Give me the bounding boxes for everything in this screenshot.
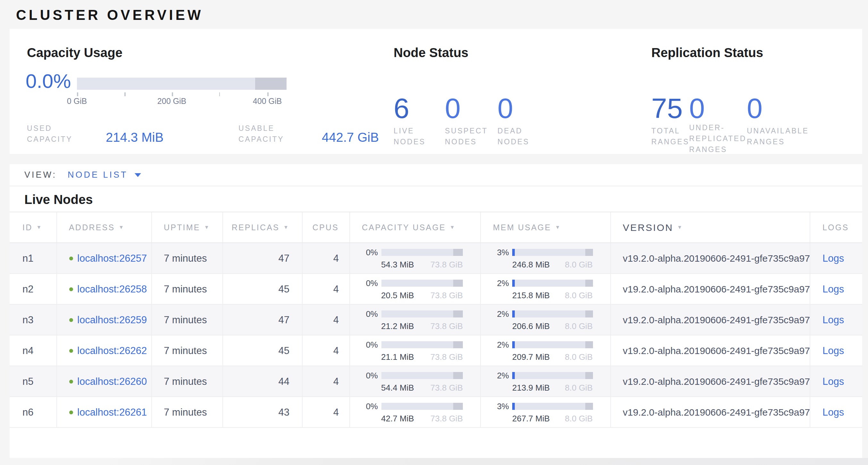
logs-link[interactable]: Logs xyxy=(823,314,844,325)
bar-tip xyxy=(453,311,463,318)
mem-usage-cell: 2%213.9 MiB8.0 GiB xyxy=(481,366,611,396)
address-link[interactable]: localhost:26257 xyxy=(77,252,147,264)
capacity-used-percent: 0.0% xyxy=(26,70,71,93)
address-link[interactable]: localhost:26262 xyxy=(77,345,147,356)
bar-tip xyxy=(585,311,593,318)
total-ranges-value: 75 xyxy=(651,94,689,122)
usage-percent: 0% xyxy=(359,402,378,411)
usable-capacity-value: 442.7 GiB xyxy=(322,130,379,145)
replicas-cell-value: 44 xyxy=(279,376,290,387)
usage-used-value: 209.7 MiB xyxy=(512,352,550,362)
view-dropdown[interactable]: NODE LIST xyxy=(68,170,142,180)
usage-total-value: 8.0 GiB xyxy=(565,291,593,300)
node-id-cell: n6 xyxy=(10,397,57,427)
usage-used-value: 21.2 MiB xyxy=(381,321,414,331)
usage-total-value: 8.0 GiB xyxy=(565,321,593,331)
suspect-nodes-stat: 0 SUSPECT NODES xyxy=(445,94,497,147)
usable-capacity-label: USABLE CAPACITY xyxy=(239,123,284,145)
usage-percent: 0% xyxy=(359,278,378,288)
column-header-label: VERSION xyxy=(623,222,673,233)
version-cell: v19.2.0-alpha.20190606-2491-gfe735c9a97 xyxy=(611,336,810,366)
uptime-cell-value: 7 minutes xyxy=(164,252,207,264)
mem-bar xyxy=(512,372,593,379)
address-cell: localhost:26261 xyxy=(57,397,152,427)
axis-tick-label: 0 GiB xyxy=(67,97,87,106)
version-cell: v19.2.0-alpha.20190606-2491-gfe735c9a97 xyxy=(611,366,810,396)
logs-cell: Logs xyxy=(810,366,862,396)
address-cell: localhost:26257 xyxy=(57,243,152,273)
dead-nodes-stat: 0 DEAD NODES xyxy=(497,94,529,147)
unavailable-ranges-label: UNAVAILABLE RANGES xyxy=(747,126,809,147)
logs-link[interactable]: Logs xyxy=(823,406,844,418)
live-nodes-table: ID▼ADDRESS▼UPTIME▼REPLICAS▼CPUSCAPACITY … xyxy=(10,212,862,428)
logs-link[interactable]: Logs xyxy=(823,345,844,356)
usage-percent: 2% xyxy=(490,309,509,319)
logs-link[interactable]: Logs xyxy=(823,252,844,264)
node-id: n4 xyxy=(23,345,34,356)
cpus-cell: 4 xyxy=(302,274,350,304)
replication-status-heading: Replication Status xyxy=(651,46,763,60)
node-id: n1 xyxy=(23,252,34,264)
capacity-usage-heading: Capacity Usage xyxy=(27,46,122,60)
address-link[interactable]: localhost:26261 xyxy=(77,406,147,418)
suspect-nodes-label: SUSPECT NODES xyxy=(445,126,497,147)
node-live-status-dot-icon xyxy=(69,410,73,414)
live-nodes-heading: Live Nodes xyxy=(24,193,93,207)
usage-used-value: 206.6 MiB xyxy=(512,321,550,331)
capacity-usage-cell: 0%42.7 MiB73.8 GiB xyxy=(350,397,481,427)
cpus-cell: 4 xyxy=(302,304,350,335)
column-header-id[interactable]: ID▼ xyxy=(10,212,57,242)
address-link[interactable]: localhost:26259 xyxy=(77,314,147,325)
usage-total-value: 73.8 GiB xyxy=(431,352,463,362)
usage-used-value: 246.8 MiB xyxy=(512,260,550,269)
logs-cell: Logs xyxy=(810,243,862,273)
column-header-label: ID xyxy=(23,223,32,232)
column-header-uptime[interactable]: UPTIME▼ xyxy=(152,212,223,242)
unavailable-ranges-stat: 0 UNAVAILABLE RANGES xyxy=(747,94,809,147)
column-header-version[interactable]: VERSION▼ xyxy=(611,212,810,242)
usage-used-value: 21.1 MiB xyxy=(381,352,414,362)
version-value: v19.2.0-alpha.20190606-2491-gfe735c9a97 xyxy=(623,253,810,264)
logs-cell: Logs xyxy=(810,274,862,304)
logs-link[interactable]: Logs xyxy=(823,376,844,387)
version-value: v19.2.0-alpha.20190606-2491-gfe735c9a97 xyxy=(623,314,810,325)
usage-total-value: 73.8 GiB xyxy=(431,291,463,300)
logs-cell: Logs xyxy=(810,304,862,335)
version-value: v19.2.0-alpha.20190606-2491-gfe735c9a97 xyxy=(623,284,810,294)
column-header-capacity[interactable]: CAPACITY USAGE▼ xyxy=(350,212,481,242)
uptime-cell-value: 7 minutes xyxy=(164,406,207,418)
cpus-cell-value: 4 xyxy=(333,314,339,325)
bar-tip xyxy=(585,341,593,348)
total-ranges-label: TOTAL RANGES xyxy=(651,126,689,147)
column-header-mem[interactable]: MEM USAGE▼ xyxy=(481,212,611,242)
live-nodes-stat: 6 LIVE NODES xyxy=(394,94,445,147)
usage-percent: 3% xyxy=(490,402,509,411)
cpus-cell: 4 xyxy=(302,336,350,366)
address-link[interactable]: localhost:26260 xyxy=(77,376,147,387)
version-cell: v19.2.0-alpha.20190606-2491-gfe735c9a97 xyxy=(611,304,810,335)
sort-caret-icon: ▼ xyxy=(450,225,456,230)
uptime-cell: 7 minutes xyxy=(152,366,223,396)
usage-percent: 0% xyxy=(359,248,378,257)
cpus-cell-value: 4 xyxy=(333,252,339,264)
sort-caret-icon: ▼ xyxy=(204,225,210,230)
column-header-replicas[interactable]: REPLICAS▼ xyxy=(223,212,302,242)
bar-tip xyxy=(453,372,463,379)
address-link[interactable]: localhost:26258 xyxy=(77,283,147,295)
bar-fill xyxy=(512,403,515,410)
mem-usage-cell: 3%267.7 MiB8.0 GiB xyxy=(481,397,611,427)
logs-link[interactable]: Logs xyxy=(823,283,844,295)
replicas-cell: 47 xyxy=(223,304,302,335)
replicas-cell: 45 xyxy=(223,336,302,366)
column-header-address[interactable]: ADDRESS▼ xyxy=(57,212,152,242)
usage-total-value: 8.0 GiB xyxy=(565,383,593,393)
capacity-usage-cell: 0%21.2 MiB73.8 GiB xyxy=(350,304,481,335)
table-row: n4localhost:262627 minutes4540%21.1 MiB7… xyxy=(10,336,862,366)
table-row: n2localhost:262587 minutes4540%20.5 MiB7… xyxy=(10,274,862,304)
usage-percent: 3% xyxy=(490,248,509,257)
node-live-status-dot-icon xyxy=(69,349,73,352)
column-header-label: ADDRESS xyxy=(69,223,115,232)
mem-bar xyxy=(512,280,593,287)
address-cell: localhost:26259 xyxy=(57,304,152,335)
sort-caret-icon: ▼ xyxy=(283,225,289,230)
